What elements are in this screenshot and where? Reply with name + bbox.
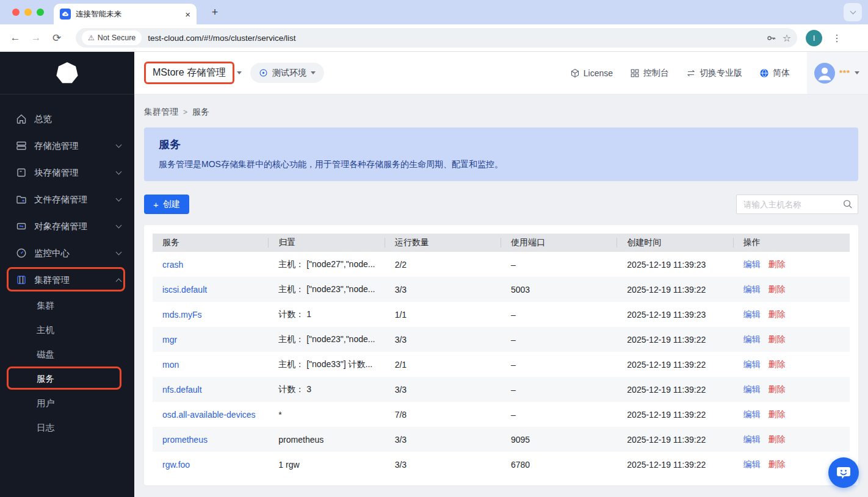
sidebar-subitem-service[interactable]: 服务 (0, 366, 134, 391)
info-banner: 服务 服务管理是MOS存储集群中的核心功能，用于管理各种存储服务的生命周期、配置… (144, 127, 858, 181)
sidebar-item-block-storage[interactable]: 块存储管理 (0, 159, 134, 186)
service-name-link[interactable]: crash (162, 260, 183, 270)
delete-link[interactable]: 删除 (769, 384, 786, 394)
table-actions-row: + 创建 (144, 195, 858, 214)
delete-link[interactable]: 删除 (769, 309, 786, 319)
switch-pro-label: 切换专业版 (700, 68, 742, 79)
url-text[interactable]: test-cloud.com/#!/mos/cluster/service/li… (148, 34, 759, 43)
delete-link[interactable]: 删除 (769, 259, 786, 269)
license-cube-icon (570, 68, 580, 78)
forward-button[interactable]: → (26, 32, 46, 44)
chat-support-button[interactable] (828, 457, 859, 488)
storage-pool-icon (16, 140, 27, 151)
placement-cell: 主机： ["node33"] 计数... (269, 352, 385, 377)
browser-menu-icon[interactable]: ⋮ (830, 32, 844, 44)
service-name-link[interactable]: osd.all-available-devices (162, 410, 256, 420)
sidebar-subitem-cluster[interactable]: 集群 (0, 293, 134, 318)
sidebar-item-monitor-center[interactable]: 监控中心 (0, 240, 134, 266)
user-menu[interactable]: *** (807, 52, 868, 94)
delete-link[interactable]: 删除 (769, 284, 786, 294)
edit-link[interactable]: 编辑 (743, 284, 761, 294)
new-tab-button[interactable]: + (208, 5, 222, 20)
edit-link[interactable]: 编辑 (743, 259, 761, 269)
location-icon (259, 68, 268, 77)
maximize-window-button[interactable] (37, 9, 44, 16)
language-link[interactable]: 简体 (759, 68, 790, 79)
created-time-cell: 2025-12-19 11:39:22 (617, 427, 733, 452)
services-table-card: 服务 归置 运行数量 使用端口 创建时间 操作 crash 主机： [ (144, 225, 858, 485)
browser-profile-avatar[interactable]: I (806, 30, 822, 46)
tab-search-chevron-button[interactable] (844, 3, 862, 21)
edit-link[interactable]: 编辑 (743, 309, 761, 319)
app-logo[interactable] (0, 52, 134, 95)
tab-title: 连接智能未来 (76, 9, 180, 20)
sidebar-item-label: 存储池管理 (34, 140, 109, 152)
chevron-up-icon (116, 278, 122, 284)
sidebar-item-cluster-management[interactable]: 集群管理 (0, 266, 134, 293)
search-icon[interactable] (842, 199, 853, 212)
browser-tab[interactable]: 连接智能未来 × (54, 4, 197, 24)
service-name-link[interactable]: rgw.foo (162, 460, 190, 470)
search-input[interactable] (736, 195, 858, 214)
sidebar-subitem-log[interactable]: 日志 (0, 415, 134, 440)
port-cell: – (501, 252, 617, 277)
placement-cell: * (269, 402, 385, 427)
breadcrumb: 集群管理 > 服务 (144, 107, 858, 118)
edit-link[interactable]: 编辑 (743, 359, 761, 369)
delete-link[interactable]: 删除 (769, 434, 786, 444)
macos-window-controls[interactable] (12, 9, 44, 16)
edit-link[interactable]: 编辑 (743, 334, 761, 344)
service-name-link[interactable]: prometheus (162, 435, 208, 445)
edit-link[interactable]: 编辑 (743, 409, 761, 419)
environment-selector[interactable]: 测试环境 (250, 63, 324, 83)
edit-link[interactable]: 编辑 (743, 384, 761, 394)
user-avatar-icon (814, 63, 835, 84)
breadcrumb-parent[interactable]: 集群管理 (144, 107, 178, 118)
sidebar-subitem-disk[interactable]: 磁盘 (0, 342, 134, 366)
globe-icon (759, 68, 769, 78)
service-name-link[interactable]: mgr (162, 335, 177, 345)
chevron-down-icon (116, 169, 122, 175)
sidebar-item-overview[interactable]: 总览 (0, 105, 134, 132)
address-bar[interactable]: ⚠ Not Secure test-cloud.com/#!/mos/clust… (76, 28, 797, 48)
sidebar-item-storage-pool[interactable]: 存储池管理 (0, 132, 134, 159)
close-window-button[interactable] (12, 9, 20, 16)
service-name-link[interactable]: iscsi.default (162, 285, 207, 295)
password-key-icon[interactable] (766, 33, 776, 43)
edit-link[interactable]: 编辑 (743, 434, 761, 444)
tab-close-icon[interactable]: × (185, 9, 190, 20)
license-link[interactable]: License (570, 68, 613, 78)
table-header-row: 服务 归置 运行数量 使用端口 创建时间 操作 (153, 234, 850, 252)
running-count-cell: 7/8 (385, 402, 501, 427)
console-link[interactable]: 控制台 (630, 68, 669, 79)
back-button[interactable]: ← (5, 32, 26, 44)
delete-link[interactable]: 删除 (769, 409, 786, 419)
delete-link[interactable]: 删除 (769, 334, 786, 344)
service-name-link[interactable]: mon (162, 360, 179, 370)
service-name-link[interactable]: mds.myFs (162, 310, 202, 320)
sidebar-item-label: 文件存储管理 (34, 194, 109, 206)
port-cell: – (501, 302, 617, 327)
page-content: 集群管理 > 服务 服务 服务管理是MOS存储集群中的核心功能，用于管理各种存储… (134, 95, 868, 497)
port-cell: 5003 (501, 277, 617, 302)
bookmark-star-icon[interactable]: ☆ (783, 32, 791, 44)
column-header-running-count: 运行数量 (385, 234, 501, 252)
sidebar-subitem-host[interactable]: 主机 (0, 318, 134, 342)
port-cell: 6780 (501, 452, 617, 477)
delete-link[interactable]: 删除 (769, 459, 786, 469)
delete-link[interactable]: 删除 (769, 359, 786, 369)
sidebar-item-object-storage[interactable]: 对象存储管理 (0, 213, 134, 240)
app-title[interactable]: MStore 存储管理 (153, 66, 226, 79)
create-button[interactable]: + 创建 (144, 195, 189, 214)
switch-pro-link[interactable]: 切换专业版 (686, 68, 742, 79)
reload-button[interactable]: ⟳ (46, 32, 67, 45)
edit-link[interactable]: 编辑 (743, 459, 761, 469)
sidebar-subitem-user[interactable]: 用户 (0, 391, 134, 415)
sidebar-item-file-storage[interactable]: 文件存储管理 (0, 186, 134, 213)
service-name-link[interactable]: nfs.default (162, 385, 202, 395)
services-table: 服务 归置 运行数量 使用端口 创建时间 操作 crash 主机： [ (153, 234, 850, 477)
security-badge[interactable]: ⚠ Not Secure (82, 30, 142, 45)
console-label: 控制台 (643, 68, 669, 79)
chevron-down-icon[interactable] (237, 71, 242, 74)
minimize-window-button[interactable] (24, 9, 32, 16)
